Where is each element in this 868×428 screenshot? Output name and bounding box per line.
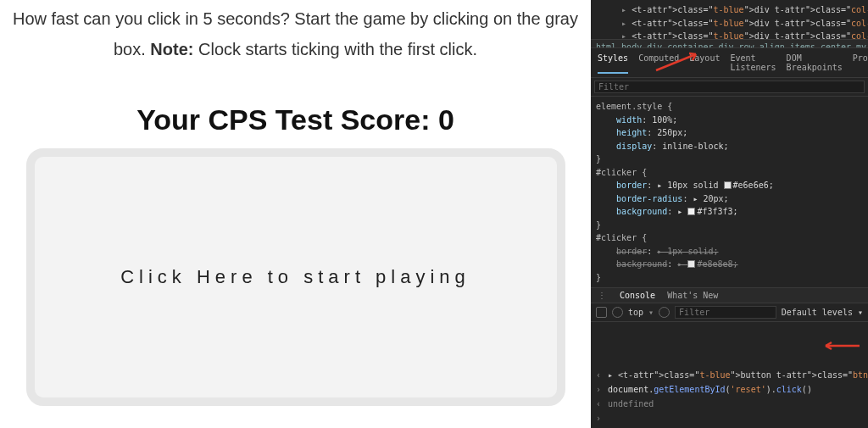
css-rule-close: } (596, 271, 863, 285)
score-prefix: Your CPS Test Score: (136, 103, 438, 136)
styles-filter-input[interactable] (594, 81, 865, 93)
css-rule-close: } (596, 153, 863, 166)
dom-node-line[interactable]: ▸ <t-attr">class="t-blue">div t-attr">cl… (596, 17, 863, 31)
css-rule-selector[interactable]: element.style { (596, 100, 863, 114)
dom-node-line[interactable]: ▸ <t-attr">class="t-blue">div t-attr">cl… (596, 30, 863, 39)
instructions-post: Clock starts ticking with the first clic… (193, 40, 477, 58)
score-heading: Your CPS Test Score: 0 (8, 103, 582, 136)
css-declaration[interactable]: width: 100%; (596, 114, 863, 127)
styles-tab[interactable]: Computed (638, 52, 679, 74)
breadcrumb-item[interactable]: html (596, 42, 616, 48)
page-content: How fast can you click in 5 seconds? Sta… (0, 0, 591, 428)
styles-tab[interactable]: Pro (853, 52, 868, 74)
console-clear-icon[interactable] (612, 307, 623, 318)
css-rule-close: } (596, 219, 863, 232)
breadcrumb-item[interactable]: body (621, 42, 642, 48)
styles-body[interactable]: element.style { width: 100%; height: 250… (591, 97, 868, 287)
annotation-arrow-2 (821, 341, 861, 351)
drawer-tab-console[interactable]: Console (620, 291, 655, 300)
console-sidebar-toggle-icon[interactable] (596, 307, 607, 318)
elements-dom-tree[interactable]: ▸ <t-attr">class="t-blue">div t-attr">cl… (591, 0, 868, 39)
devtools-panel: ▸ <t-attr">class="t-blue">div t-attr">cl… (591, 0, 868, 428)
styles-tab[interactable]: Styles (598, 52, 628, 74)
console-line[interactable]: › document.getElementById('reset').click… (596, 382, 863, 397)
css-declaration[interactable]: border-radius: ▸ 20px; (596, 192, 863, 206)
breadcrumb-item[interactable]: div.row.align-items-center.my-2 (718, 42, 868, 48)
drawer-tabs: ⋮ Console What's New (591, 287, 868, 303)
console-line[interactable]: ‹ ▸ <t-attr">class="t-blue">button t-att… (596, 368, 863, 382)
console-filter-input[interactable] (675, 306, 776, 319)
styles-tab[interactable]: Event Listeners (730, 52, 776, 74)
css-declaration[interactable]: display: inline-block; (596, 140, 863, 153)
breadcrumb-item[interactable]: div.container (647, 42, 713, 48)
console-line[interactable]: › (596, 411, 863, 425)
css-declaration[interactable]: background: ▸ #f3f3f3; (596, 205, 863, 219)
console-toolbar: top ▾ Default levels ▾ (591, 303, 868, 322)
clicker-button[interactable]: Click Here to start playing (26, 148, 565, 406)
css-declaration[interactable]: border: ▸ 1px solid; (596, 245, 863, 258)
instructions-text: How fast can you click in 5 seconds? Sta… (8, 3, 582, 64)
chevron-down-icon: ▾ (648, 308, 654, 317)
console-levels[interactable]: Default levels ▾ (782, 308, 863, 317)
note-label: Note: (150, 40, 193, 58)
breadcrumb-bar[interactable]: htmlbodydiv.containerdiv.row.align-items… (591, 39, 868, 48)
console-context[interactable]: top (628, 308, 643, 317)
css-declaration[interactable]: background: ▸ #e8e8e8; (596, 258, 863, 271)
css-rule-selector[interactable]: #clicker { (596, 166, 863, 180)
styles-filter-row (591, 78, 868, 97)
styles-tab[interactable]: DOM Breakpoints (787, 52, 843, 74)
css-rule-selector[interactable]: #clicker { (596, 231, 863, 245)
console-eye-icon[interactable] (659, 307, 670, 318)
dom-node-line[interactable]: ▸ <t-attr">class="t-blue">div t-attr">cl… (596, 3, 863, 17)
console-line[interactable]: ‹ undefined (596, 397, 863, 411)
styles-tab[interactable]: Layout (689, 52, 720, 74)
console-body[interactable]: ‹ ▸ <t-attr">class="t-blue">button t-att… (591, 322, 868, 428)
drawer-tab-whatsnew[interactable]: What's New (667, 291, 718, 300)
clicker-container: Click Here to start playing (8, 148, 582, 406)
score-value: 0 (438, 103, 454, 136)
css-declaration[interactable]: height: 250px; (596, 126, 863, 140)
styles-tabs: StylesComputedLayoutEvent ListenersDOM B… (591, 48, 868, 78)
css-declaration[interactable]: border: ▸ 10px solid #e6e6e6; (596, 179, 863, 192)
drawer-menu-icon[interactable]: ⋮ (598, 291, 606, 300)
